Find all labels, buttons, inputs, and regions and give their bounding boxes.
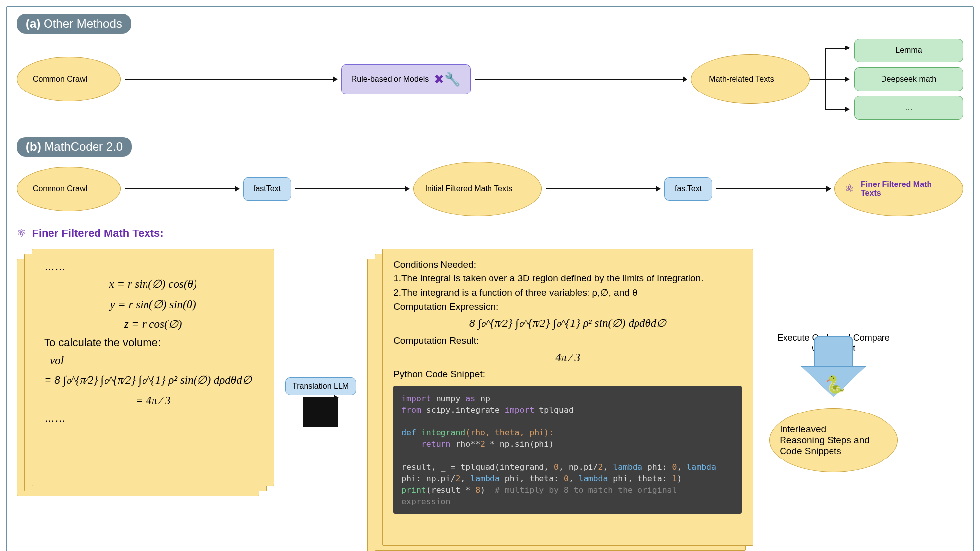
- database-icon: [516, 181, 530, 197]
- output-label: Lemma: [895, 46, 922, 55]
- output-lemma: Lemma: [854, 39, 963, 62]
- node-label: Rule-based or Models: [351, 75, 429, 84]
- output-deepseek: Deepseek math: [854, 67, 963, 91]
- panel-b: (b) MathCoder 2.0 Common Crawl fastText …: [7, 130, 973, 551]
- outputs-stack: Lemma Deepseek math …: [854, 39, 963, 120]
- node-label: Common Crawl: [33, 184, 87, 193]
- node-math-texts: Math-related Texts: [691, 54, 810, 104]
- output-label: …: [905, 103, 913, 112]
- arrow: [303, 397, 338, 427]
- database-icon: [874, 432, 887, 448]
- diagram-container: (a) Other Methods Common Crawl Rule-base…: [6, 6, 974, 551]
- python-title: Python Code Snippet:: [393, 369, 742, 380]
- panel-a-label: (a) Other Methods: [17, 14, 131, 34]
- node-fasttext-1: fastText: [243, 177, 291, 201]
- node-label: fastText: [253, 184, 281, 193]
- panel-b-flow-bottom: …… x = r sin(∅) cos(θ) y = r sin(∅) sin(…: [17, 249, 963, 551]
- eq-z: z = r cos(∅): [44, 316, 262, 333]
- to-calculate: To calculate the volume:: [44, 336, 262, 349]
- database-icon: [91, 71, 105, 87]
- node-translation-llm: Translation LLM: [285, 377, 356, 395]
- node-label: Initial Filtered Math Texts: [425, 184, 513, 193]
- node-label: Math-related Texts: [709, 75, 774, 84]
- eq-x: x = r sin(∅) cos(θ): [44, 276, 262, 293]
- comp-result: 4π ⁄ 3: [393, 349, 742, 367]
- output-etc: …: [854, 96, 963, 120]
- vol-var: vol: [44, 352, 262, 369]
- branch-lines: [810, 42, 854, 116]
- database-icon: [91, 181, 105, 197]
- panel-b-prefix: (b): [26, 140, 41, 153]
- translation-llm-block: Translation LLM: [285, 377, 356, 427]
- node-common-crawl-a: Common Crawl: [17, 57, 121, 101]
- node-fasttext-2: fastText: [664, 177, 712, 201]
- dots: ……: [44, 412, 262, 425]
- database-icon: [939, 181, 953, 197]
- arrow: [475, 79, 687, 80]
- integral-result: = 4π ⁄ 3: [44, 392, 262, 410]
- node-label: Translation LLM: [293, 382, 349, 391]
- node-label: fastText: [675, 184, 702, 193]
- panel-a: (a) Other Methods Common Crawl Rule-base…: [7, 7, 973, 130]
- database-icon: [778, 71, 792, 87]
- panel-a-flow: Common Crawl Rule-based or Models ✖🔧 Mat…: [17, 39, 963, 120]
- panel-a-title: Other Methods: [44, 17, 122, 30]
- panel-a-prefix: (a): [26, 17, 40, 30]
- condition-2: 2.The integrand is a function of three v…: [393, 287, 742, 298]
- node-common-crawl-b: Common Crawl: [17, 167, 121, 211]
- conditions-title: Conditions Needed:: [393, 259, 742, 270]
- eq-y: y = r sin(∅) sin(θ): [44, 296, 262, 314]
- node-rule-models: Rule-based or Models ✖🔧: [341, 64, 471, 94]
- panel-b-flow-top: Common Crawl fastText Initial Filtered M…: [17, 162, 963, 216]
- output-label: Deepseek math: [881, 75, 936, 84]
- node-finer-filtered: ⚛ Finer Filtered Math Texts: [834, 162, 963, 216]
- integral-expr: = 8 ∫₀^{π⁄2} ∫₀^{π⁄2} ∫₀^{1} ρ² sin(∅) d…: [44, 372, 262, 389]
- panel-b-title: MathCoder 2.0: [44, 140, 123, 153]
- comp-expr-title: Computation Expression:: [393, 301, 742, 312]
- condition-1: 1.The integral is taken over a 3D region…: [393, 273, 742, 284]
- node-label: Finer Filtered Math Texts: [861, 180, 935, 198]
- arrow: [125, 188, 239, 189]
- dots: ……: [44, 260, 262, 273]
- arrow: [295, 188, 409, 189]
- atom-icon: ⚛: [17, 227, 27, 239]
- node-final-output: Interleaved Reasoning Steps and Code Sni…: [769, 408, 898, 472]
- code-snippet: import numpy as np from scipy.integrate …: [393, 386, 742, 514]
- execute-arrow: Execute Code and Compare with Result 🐍: [789, 332, 878, 401]
- generated-output-front: Conditions Needed: 1.The integral is tak…: [382, 249, 753, 546]
- finer-filtered-heading: Finer Filtered Math Texts:: [32, 227, 163, 239]
- example-doc-card: …… x = r sin(∅) cos(θ) y = r sin(∅) sin(…: [17, 249, 274, 496]
- node-initial-filtered: Initial Filtered Math Texts: [413, 162, 542, 216]
- node-label: Interleaved Reasoning Steps and Code Sni…: [780, 424, 870, 457]
- node-label: Common Crawl: [33, 75, 87, 84]
- comp-expr: 8 ∫₀^{π⁄2} ∫₀^{π⁄2} ∫₀^{1} ρ² sin(∅) dρd…: [393, 315, 742, 332]
- panel-b-label: (b) MathCoder 2.0: [17, 137, 132, 157]
- arrow: [716, 188, 831, 189]
- atom-icon: ⚛: [845, 183, 855, 195]
- example-doc-front: …… x = r sin(∅) cos(θ) y = r sin(∅) sin(…: [32, 249, 274, 486]
- arrow: [546, 188, 660, 189]
- branch: Lemma Deepseek math …: [810, 39, 963, 120]
- comp-result-title: Computation Result:: [393, 335, 742, 346]
- wrench-icon: ✖🔧: [434, 72, 460, 87]
- arrow: [125, 79, 337, 80]
- finer-filtered-heading-row: ⚛ Finer Filtered Math Texts:: [17, 227, 963, 240]
- execute-column: Execute Code and Compare with Result 🐍 I…: [764, 332, 903, 472]
- generated-output-card: Conditions Needed: 1.The integral is tak…: [367, 249, 753, 551]
- python-icon: 🐍: [825, 374, 845, 394]
